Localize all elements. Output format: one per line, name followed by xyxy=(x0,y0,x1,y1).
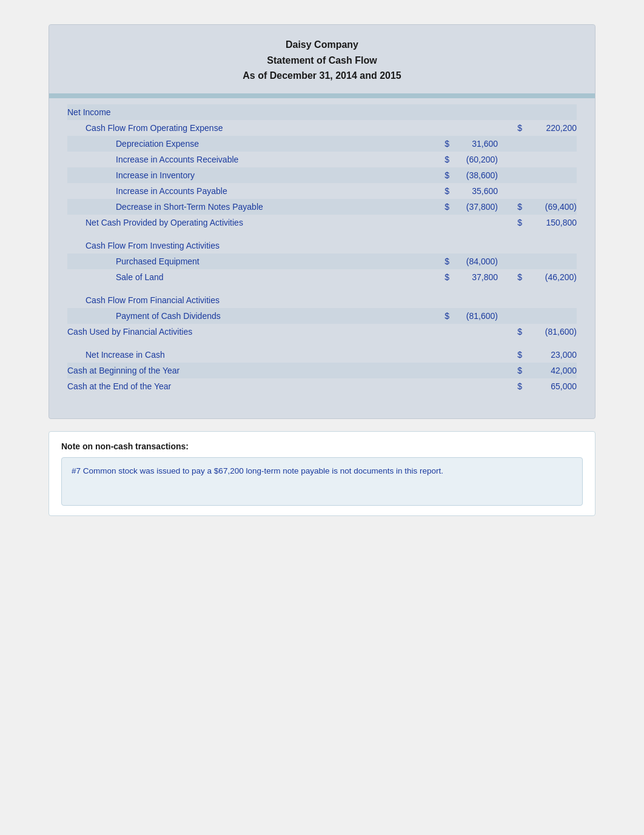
value2-cash-end: 65,000 xyxy=(522,381,577,391)
dollar2-cash-flow-operating: $ xyxy=(504,123,522,133)
label-inventory-increase: Increase in Inventory xyxy=(67,170,431,180)
row-net-increase-cash: Net Increase in Cash $ 23,000 xyxy=(67,347,577,363)
value1-sale-of-land: 37,800 xyxy=(449,272,504,282)
label-cash-flow-investing: Cash Flow From Investing Activities xyxy=(67,241,431,250)
value1-cash-dividends: (81,600) xyxy=(449,311,504,321)
value2-cash-flow-operating: 220,200 xyxy=(522,123,577,133)
label-ap-increase: Increase in Accounts Payable xyxy=(67,186,431,196)
value2-cash-beginning: 42,000 xyxy=(522,366,577,375)
row-sale-of-land: Sale of Land $ 37,800 $ (46,200) xyxy=(67,269,577,285)
value1-ar-increase: (60,200) xyxy=(449,155,504,164)
dollar1-purchased-equipment: $ xyxy=(431,257,449,266)
value1-ap-increase: 35,600 xyxy=(449,186,504,196)
row-depreciation: Depreciation Expense $ 31,600 xyxy=(67,136,577,152)
value1-notes-decrease: (37,800) xyxy=(449,202,504,212)
dollar2-net-increase-cash: $ xyxy=(504,350,522,360)
row-cash-end: Cash at the End of the Year $ 65,000 xyxy=(67,378,577,394)
label-depreciation: Depreciation Expense xyxy=(67,139,431,149)
label-cash-dividends: Payment of Cash Dividends xyxy=(67,311,431,321)
company-name: Daisy Company Statement of Cash Flow As … xyxy=(55,37,589,84)
value2-net-cash-operating: 150,800 xyxy=(522,218,577,227)
value1-purchased-equipment: (84,000) xyxy=(449,257,504,266)
row-inventory-increase: Increase in Inventory $ (38,600) xyxy=(67,167,577,183)
dollar2-notes-decrease: $ xyxy=(504,202,522,212)
dollar1-ar-increase: $ xyxy=(431,155,449,164)
row-ar-increase: Increase in Accounts Receivable $ (60,20… xyxy=(67,152,577,167)
label-net-cash-operating: Net Cash Provided by Operating Activitie… xyxy=(67,218,431,227)
label-sale-of-land: Sale of Land xyxy=(67,272,431,282)
value1-depreciation: 31,600 xyxy=(449,139,504,149)
label-net-income: Net Income xyxy=(67,107,431,117)
row-cash-dividends: Payment of Cash Dividends $ (81,600) xyxy=(67,308,577,324)
label-cash-used-financial: Cash Used by Financial Activities xyxy=(67,327,431,337)
row-cash-flow-financial: Cash Flow From Financial Activities xyxy=(67,292,577,308)
row-net-income: Net Income xyxy=(67,104,577,120)
row-net-cash-operating: Net Cash Provided by Operating Activitie… xyxy=(67,215,577,230)
row-cash-beginning: Cash at Beginning of the Year $ 42,000 xyxy=(67,363,577,378)
note-body: #7 Common stock was issued to pay a $67,… xyxy=(61,457,583,506)
header-section: Daisy Company Statement of Cash Flow As … xyxy=(49,25,595,93)
label-cash-beginning: Cash at Beginning of the Year xyxy=(67,366,431,375)
dollar2-cash-beginning: $ xyxy=(504,366,522,375)
dollar1-notes-decrease: $ xyxy=(431,202,449,212)
label-cash-end: Cash at the End of the Year xyxy=(67,381,431,391)
dollar1-depreciation: $ xyxy=(431,139,449,149)
blue-bar xyxy=(49,93,595,98)
label-net-increase-cash: Net Increase in Cash xyxy=(67,350,431,360)
row-purchased-equipment: Purchased Equipment $ (84,000) xyxy=(67,253,577,269)
row-notes-decrease: Decrease in Short-Term Notes Payable $ (… xyxy=(67,199,577,215)
main-card: Daisy Company Statement of Cash Flow As … xyxy=(49,24,595,419)
note-title: Note on non-cash transactions: xyxy=(61,441,583,451)
label-ar-increase: Increase in Accounts Receivable xyxy=(67,155,431,164)
dollar2-sale-of-land: $ xyxy=(504,272,522,282)
value2-notes-decrease: (69,400) xyxy=(522,202,577,212)
content-area: Net Income Cash Flow From Operating Expe… xyxy=(49,98,595,406)
dollar1-sale-of-land: $ xyxy=(431,272,449,282)
label-notes-decrease: Decrease in Short-Term Notes Payable xyxy=(67,202,431,212)
note-section: Note on non-cash transactions: #7 Common… xyxy=(49,431,595,516)
dollar1-cash-dividends: $ xyxy=(431,311,449,321)
dollar1-inventory-increase: $ xyxy=(431,170,449,180)
value1-inventory-increase: (38,600) xyxy=(449,170,504,180)
dollar2-net-cash-operating: $ xyxy=(504,218,522,227)
label-cash-flow-financial: Cash Flow From Financial Activities xyxy=(67,295,431,305)
row-cash-flow-investing: Cash Flow From Investing Activities xyxy=(67,238,577,253)
dollar2-cash-used-financial: $ xyxy=(504,327,522,337)
value2-cash-used-financial: (81,600) xyxy=(522,327,577,337)
value2-sale-of-land: (46,200) xyxy=(522,272,577,282)
value2-net-increase-cash: 23,000 xyxy=(522,350,577,360)
row-ap-increase: Increase in Accounts Payable $ 35,600 xyxy=(67,183,577,199)
dollar1-ap-increase: $ xyxy=(431,186,449,196)
label-purchased-equipment: Purchased Equipment xyxy=(67,257,431,266)
dollar2-cash-end: $ xyxy=(504,381,522,391)
row-cash-flow-operating: Cash Flow From Operating Expense $ 220,2… xyxy=(67,120,577,136)
label-cash-flow-operating: Cash Flow From Operating Expense xyxy=(67,123,431,133)
row-cash-used-financial: Cash Used by Financial Activities $ (81,… xyxy=(67,324,577,340)
